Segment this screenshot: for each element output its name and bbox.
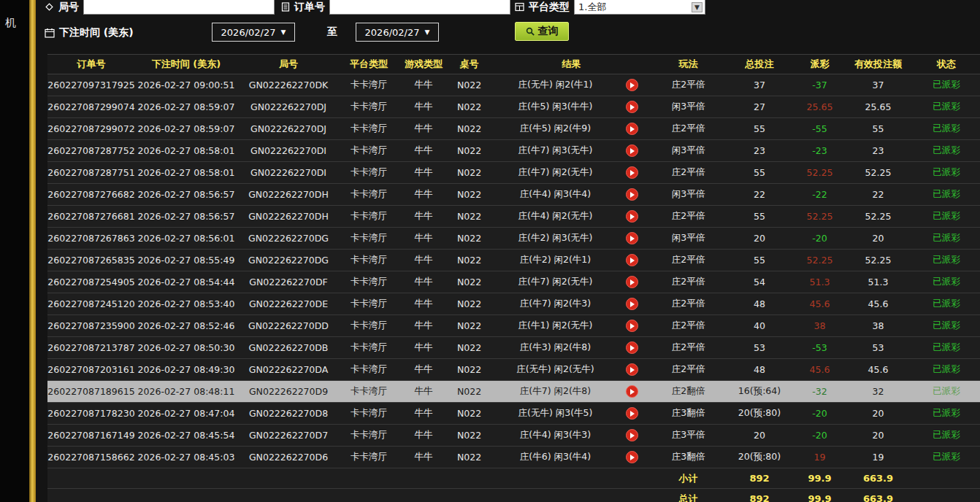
table-row[interactable]: 2602270872990722026-02-27 08:59:07GN0222…	[47, 118, 980, 140]
cell-platform: 卡卡湾厅	[340, 162, 398, 183]
cell-valid-bet: 45.6	[843, 293, 913, 314]
replay-video-icon[interactable]	[626, 298, 638, 310]
cell-bet-time: 2026-02-27 08:54:44	[135, 271, 237, 293]
table-row[interactable]: 2602270871782302026-02-27 08:47:04GN0222…	[47, 403, 980, 425]
table-row[interactable]: 2602270872031612026-02-27 08:49:30GN0222…	[47, 359, 980, 381]
replay-video-icon[interactable]	[626, 210, 638, 223]
table-row[interactable]: 2602270871586622026-02-27 08:45:03GN0222…	[47, 447, 980, 468]
empty-cell	[340, 489, 398, 502]
empty-cell	[449, 468, 489, 488]
accent-divider	[29, 0, 36, 502]
cell-valid-bet: 22	[843, 184, 913, 205]
replay-video-icon[interactable]	[626, 363, 638, 376]
table-row[interactable]: 2602270872877512026-02-27 08:58:01GN0222…	[47, 162, 980, 184]
cell-round-id: GN022262270DE	[237, 293, 340, 314]
round-number-input[interactable]	[83, 0, 275, 15]
table-row[interactable]: 2602270872990742026-02-27 08:59:07GN0222…	[47, 96, 980, 118]
cell-bet-time: 2026-02-27 09:00:51	[135, 74, 237, 96]
result-text: 庄(牛4) 闲3(牛3)	[489, 429, 621, 441]
cell-order-id: 260227087189615	[47, 381, 135, 402]
status-badge: 已派彩	[913, 403, 980, 424]
empty-cell	[47, 468, 135, 488]
empty-cell	[489, 489, 654, 502]
table-row[interactable]: 2602270872658352026-02-27 08:55:49GN0222…	[47, 250, 980, 271]
cell-platform: 卡卡湾厅	[340, 184, 398, 205]
table-row[interactable]: 2602270872678632026-02-27 08:56:01GN0222…	[47, 228, 980, 250]
date-from-button[interactable]: 2026/02/27 ▼	[212, 23, 295, 42]
status-badge: 已派彩	[913, 184, 980, 205]
replay-video-icon[interactable]	[626, 429, 638, 441]
cell-game-type: 牛牛	[398, 74, 449, 96]
table-row[interactable]: 2602270872766812026-02-27 08:56:57GN0222…	[47, 206, 980, 228]
cell-platform: 卡卡湾厅	[340, 293, 398, 314]
table-row[interactable]: 2602270871896152026-02-27 08:48:11GN0222…	[47, 381, 980, 403]
date-to-button[interactable]: 2026/02/27 ▼	[356, 23, 439, 42]
subtotal-row: 小计89299.9663.9	[47, 468, 980, 489]
table-row[interactable]: 2602270871671492026-02-27 08:45:54GN0222…	[47, 425, 980, 447]
total-row-payout: 99.9	[796, 489, 843, 502]
empty-cell	[135, 468, 237, 488]
result-text: 庄(牛7) 闲2(牛8)	[489, 385, 621, 398]
query-button[interactable]: 查询	[515, 22, 569, 41]
cell-round-id: GN022262270DG	[237, 250, 340, 271]
table-row[interactable]: 2602270973179252026-02-27 09:00:51GN0222…	[47, 74, 980, 96]
cell-result: 庄(牛2) 闲3(无牛)	[489, 228, 654, 249]
cell-order-id: 260227087267863	[47, 228, 135, 249]
table-row[interactable]: 2602270872359002026-02-27 08:52:46GN0222…	[47, 315, 980, 337]
total-row-total-bet: 892	[723, 489, 796, 502]
replay-video-icon[interactable]	[626, 123, 638, 135]
cell-platform: 卡卡湾厅	[340, 206, 398, 227]
replay-video-icon[interactable]	[626, 341, 638, 354]
cell-order-id: 260227087276681	[47, 206, 135, 227]
cell-play-type: 庄2平倍	[654, 74, 723, 96]
cell-play-type: 闲3平倍	[654, 96, 723, 117]
cell-play-type: 庄2平倍	[654, 315, 723, 336]
replay-video-icon[interactable]	[626, 320, 638, 332]
column-header: 派彩	[796, 55, 843, 74]
cell-total-bet: 55	[723, 162, 796, 183]
result-text: 庄(牛6) 闲3(牛4)	[489, 451, 621, 463]
cell-valid-bet: 32	[843, 381, 913, 402]
replay-video-icon[interactable]	[626, 407, 638, 420]
column-header: 游戏类型	[398, 55, 449, 74]
replay-video-icon[interactable]	[626, 188, 638, 201]
cell-table-no: N022	[449, 293, 489, 314]
replay-video-icon[interactable]	[626, 276, 638, 288]
cell-bet-time: 2026-02-27 08:58:01	[135, 140, 237, 161]
status-badge: 已派彩	[913, 381, 980, 402]
query-button-label: 查询	[538, 25, 559, 38]
cell-order-id: 260227097317925	[47, 74, 135, 96]
cell-table-no: N022	[449, 359, 489, 380]
cell-game-type: 牛牛	[398, 250, 449, 271]
order-number-input[interactable]	[329, 0, 510, 15]
status-badge: 已派彩	[913, 293, 980, 314]
replay-video-icon[interactable]	[626, 254, 638, 266]
cell-result: 庄(牛4) 闲3(牛3)	[489, 425, 654, 446]
status-badge: 已派彩	[913, 118, 980, 139]
platform-type-label: 平台类型	[529, 1, 570, 14]
replay-video-icon[interactable]	[626, 385, 638, 398]
subtotal-row-label: 小计	[654, 468, 723, 488]
cell-bet-time: 2026-02-27 08:59:07	[135, 96, 237, 117]
replay-video-icon[interactable]	[626, 166, 638, 179]
cell-payout: 52.25	[796, 206, 843, 227]
replay-video-icon[interactable]	[626, 451, 638, 463]
replay-video-icon[interactable]	[626, 79, 638, 91]
grid-icon	[515, 2, 524, 12]
cell-round-id: GN022262270DG	[237, 228, 340, 249]
table-row[interactable]: 2602270872766822026-02-27 08:56:57GN0222…	[47, 184, 980, 206]
cell-payout: -22	[796, 184, 843, 205]
cell-game-type: 牛牛	[398, 403, 449, 424]
cell-order-id: 260227087167149	[47, 425, 135, 446]
platform-type-select[interactable]: 1.全部 ▼	[574, 0, 705, 15]
table-row[interactable]: 2602270872137872026-02-27 08:50:30GN0222…	[47, 337, 980, 359]
replay-video-icon[interactable]	[626, 232, 638, 244]
table-row[interactable]: 2602270872549052026-02-27 08:54:44GN0222…	[47, 271, 980, 293]
cell-play-type: 庄2平倍	[654, 162, 723, 183]
table-row[interactable]: 2602270872877522026-02-27 08:58:01GN0222…	[47, 140, 980, 162]
cell-valid-bet: 52.25	[843, 206, 913, 227]
table-row[interactable]: 2602270872451202026-02-27 08:53:40GN0222…	[47, 293, 980, 315]
cell-payout: 25.65	[796, 96, 843, 117]
replay-video-icon[interactable]	[626, 144, 638, 157]
replay-video-icon[interactable]	[626, 101, 638, 113]
